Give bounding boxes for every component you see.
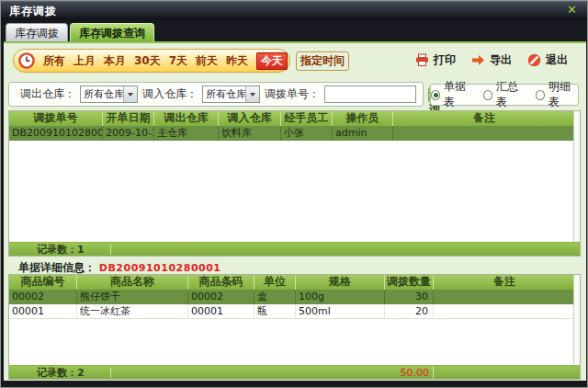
cell-operator: admin [333, 126, 393, 141]
query-bar: 调出仓库： 所有仓库 调入仓库： 所有仓库 调拨单号： 查询 [8, 82, 424, 107]
tab-strip: 库存调拨 库存调拨查询 [1, 20, 587, 41]
cell-item-spec: 500ml [296, 304, 385, 319]
detail-bill-no: DB20091010280001 [99, 262, 221, 274]
footer-divider [110, 245, 111, 255]
content-area: 所有 上月 本月 30天 7天 前天 昨天 今天 指定时间 打印 [4, 41, 586, 381]
filter-all[interactable]: 所有 [43, 53, 65, 69]
col-transfer-qty: 调拨数量 [385, 275, 434, 290]
radio-selected-icon [431, 90, 440, 100]
items-table-empty-area [9, 319, 580, 365]
close-icon[interactable]: ✕ [567, 3, 577, 17]
view-mode-group: 单据表 汇总表 明细表 [430, 84, 579, 106]
inventory-transfer-window: 库存调拨 ✕ 库存调拨 库存调拨查询 所有 上月 本月 30天 7天 前天 昨天… [0, 0, 588, 388]
radio-bill-view[interactable]: 单据表 [431, 79, 473, 110]
cell-bill-no: DB20091010280001 [9, 126, 103, 141]
clock-icon [18, 52, 35, 69]
items-table-scrollbar[interactable] [573, 275, 580, 365]
items-table-row-selected[interactable]: 00002 熊仔饼干 00002 盒 100g 30 [9, 290, 580, 304]
bills-table-footer: 记录数：1 [9, 242, 580, 256]
cell-transfer-qty: 30 [385, 290, 434, 304]
radio-summary-view[interactable]: 汇总表 [483, 79, 526, 110]
cell-item-no: 00001 [9, 304, 77, 319]
radio-bill-view-label: 单据表 [444, 79, 473, 110]
cell-item-unit: 瓶 [254, 304, 296, 319]
radio-detail-view-label: 明细表 [548, 79, 578, 110]
cell-item-barcode: 00002 [188, 290, 254, 304]
filter-custom-range[interactable]: 指定时间 [296, 51, 349, 71]
filter-30-days[interactable]: 30天 [134, 53, 161, 69]
cell-transfer-qty: 20 [385, 304, 434, 319]
filter-today-active[interactable]: 今天 [256, 52, 288, 70]
filter-day-before-yesterday[interactable]: 前天 [196, 53, 218, 69]
col-in-warehouse: 调入仓库 [219, 111, 281, 126]
exit-icon [527, 53, 541, 67]
bills-table-header: 调拨单号 开单日期 调出仓库 调入仓库 经手员工 操作员 备注 [9, 111, 580, 126]
cell-item-remark [434, 304, 575, 319]
cell-bill-date: 2009-10-10 [103, 126, 154, 141]
detail-label: 单据详细信息： [18, 261, 96, 274]
print-label: 打印 [434, 52, 456, 68]
cell-item-unit: 盒 [254, 290, 296, 304]
print-button[interactable]: 打印 [415, 52, 456, 68]
title-bar: 库存调拨 ✕ [1, 1, 587, 20]
filter-last-month[interactable]: 上月 [74, 53, 96, 69]
cell-item-name: 统一冰红茶 [77, 304, 188, 319]
cell-item-name: 熊仔饼干 [77, 290, 188, 304]
date-filter-toolbar: 所有 上月 本月 30天 7天 前天 昨天 今天 指定时间 [13, 49, 290, 73]
col-item-spec: 规格 [296, 275, 385, 290]
out-warehouse-select[interactable]: 所有仓库 [80, 86, 138, 103]
tab-inventory-transfer[interactable]: 库存调拨 [6, 23, 68, 41]
in-warehouse-select[interactable]: 所有仓库 [202, 86, 260, 103]
detail-caption: 单据详细信息： DB20091010280001 [18, 261, 221, 274]
col-remark: 备注 [393, 111, 575, 126]
window-title: 库存调拨 [9, 4, 57, 19]
in-warehouse-value: 所有仓库 [203, 87, 245, 101]
filter-7-days[interactable]: 7天 [169, 53, 187, 69]
col-operator: 操作员 [333, 111, 393, 126]
printer-icon [415, 53, 429, 67]
radio-detail-view[interactable]: 明细表 [536, 79, 578, 110]
exit-label: 退出 [546, 52, 568, 68]
tab-inventory-transfer-query[interactable]: 库存调拨查询 [70, 23, 154, 41]
cell-item-barcode: 00001 [188, 304, 254, 319]
items-record-count: 记录数：2 [37, 366, 85, 380]
out-warehouse-value: 所有仓库 [81, 87, 123, 101]
col-item-name: 商品名称 [77, 275, 188, 290]
cell-out-warehouse: 主仓库 [154, 126, 219, 141]
bills-table-row-selected[interactable]: DB20091010280001 2009-10-10 主仓库 饮料库 小张 a… [9, 126, 580, 141]
radio-icon [483, 90, 492, 100]
col-handler: 经手员工 [281, 111, 333, 126]
bills-table-empty-area [9, 141, 580, 242]
filter-yesterday[interactable]: 昨天 [226, 53, 248, 69]
cell-item-remark [434, 290, 575, 304]
items-table-header: 商品编号 商品名称 商品条码 单位 规格 调拨数量 备注 [9, 275, 580, 290]
cell-item-spec: 100g [296, 290, 385, 304]
items-table-row[interactable]: 00001 统一冰红茶 00001 瓶 500ml 20 [9, 304, 580, 319]
cell-item-no: 00002 [9, 290, 77, 304]
col-item-barcode: 商品条码 [188, 275, 254, 290]
col-bill-no: 调拨单号 [9, 111, 103, 126]
cell-handler: 小张 [281, 126, 333, 141]
chevron-down-icon [123, 86, 137, 102]
filter-this-month[interactable]: 本月 [104, 53, 126, 69]
total-quantity: 50.00 [385, 366, 434, 380]
footer-divider [110, 368, 111, 378]
cell-in-warehouse: 饮料库 [219, 126, 281, 141]
export-arrow-icon [471, 54, 485, 66]
export-label: 导出 [490, 52, 512, 68]
col-item-no: 商品编号 [9, 275, 77, 290]
action-buttons: 打印 导出 退出 [415, 52, 568, 68]
col-item-remark: 备注 [434, 275, 575, 290]
bills-table-scrollbar[interactable] [573, 111, 580, 242]
bills-record-count: 记录数：1 [37, 243, 85, 257]
items-table-footer: 记录数：2 50.00 [9, 365, 580, 379]
bill-no-input[interactable] [324, 86, 416, 103]
items-table-panel: 商品编号 商品名称 商品条码 单位 规格 调拨数量 备注 00002 熊仔饼干 … [8, 274, 581, 380]
exit-button[interactable]: 退出 [527, 52, 568, 68]
bill-no-label: 调拨单号： [265, 86, 320, 102]
out-warehouse-label: 调出仓库： [20, 86, 75, 102]
radio-summary-view-label: 汇总表 [496, 79, 526, 110]
radio-icon [536, 90, 545, 100]
col-item-unit: 单位 [254, 275, 296, 290]
export-button[interactable]: 导出 [471, 52, 512, 68]
